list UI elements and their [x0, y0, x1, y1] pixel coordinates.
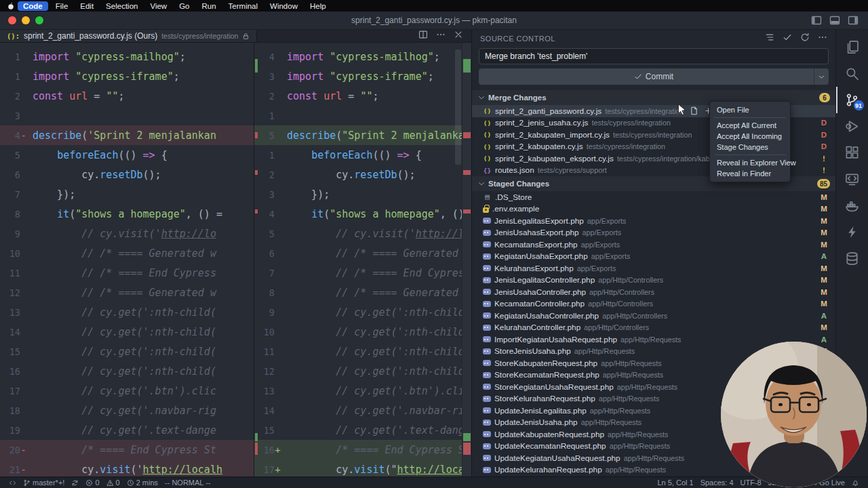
scm-file-row[interactable]: JenisUsahaController.phpapp/Http/Control… [472, 286, 835, 298]
line-number: 14 [254, 405, 285, 416]
menu-view[interactable]: View [144, 1, 173, 11]
code-text: // cy.get(':nth-child( [285, 346, 471, 358]
scm-file-row[interactable]: ▤.DS_StoreM [472, 191, 835, 203]
menu-item-accept-all-incoming[interactable]: Accept All Incoming [710, 131, 790, 142]
problems-warnings[interactable]: 0 [103, 479, 123, 487]
file-path: app/Http/Requests [624, 454, 684, 462]
window-title-bar[interactable]: sprint_2_ganti_password.cy.js — pkm-paci… [0, 12, 868, 30]
php-file-icon [483, 289, 491, 295]
menu-selection[interactable]: Selection [100, 1, 144, 11]
cursor-position[interactable]: Ln 5, Col 1 [654, 479, 696, 487]
menu-help[interactable]: Help [304, 1, 332, 11]
code-text: // cy.get(':nth-child( [31, 326, 254, 338]
line-number: 6 [254, 248, 285, 259]
scm-file-row[interactable]: KegiatanUsahaExport.phpapp/ExportsA [472, 251, 835, 263]
line-number: 12 [0, 287, 31, 298]
git-status-letter: M [819, 288, 829, 296]
scm-file-row[interactable]: KegiatanUsahaController.phpapp/Http/Cont… [472, 310, 835, 322]
problems-errors[interactable]: 0 [82, 479, 102, 487]
code-text: /* ==== End Cypress St [31, 444, 254, 456]
activity-explorer[interactable] [836, 34, 868, 60]
menu-run[interactable]: Run [195, 1, 222, 11]
git-status-letter: M [819, 241, 829, 249]
vim-mode[interactable]: -- NORMAL -- [161, 479, 214, 487]
scm-file-row[interactable]: JenisUsahasExport.phpapp/ExportsM [472, 227, 835, 239]
minimap[interactable] [462, 43, 471, 476]
file-name: KecamatansExport.php [494, 240, 578, 249]
view-as-tree[interactable] [765, 33, 774, 45]
commit-check-icon [783, 33, 792, 42]
close-editor-icon [454, 30, 463, 39]
remote-explorer-icon [845, 172, 859, 186]
file-name: StoreJenisUsaha.php [494, 346, 571, 356]
commit-message-input[interactable] [479, 48, 829, 64]
menu-file[interactable]: File [50, 1, 75, 11]
activity-remote-explorer[interactable] [836, 166, 868, 192]
tab-sprint-2-ganti-password[interactable]: (): sprint_2_ganti_password.cy.js (Ours)… [0, 30, 257, 42]
scm-file-row[interactable]: KecamatanController.phpapp/Http/Controll… [472, 298, 835, 310]
git-branch[interactable]: master*+! [20, 479, 68, 487]
activity-database[interactable] [836, 245, 868, 272]
zoom-window-button[interactable] [35, 16, 43, 24]
scm-file-row[interactable]: KecamatansExport.phpapp/ExportsM [472, 239, 835, 251]
activity-docker[interactable] [836, 192, 868, 219]
activity-source-control[interactable]: 91 [836, 87, 868, 113]
scm-file-row[interactable]: KelurahansExport.phpapp/ExportsM [472, 262, 835, 274]
encoding[interactable]: UTF-8 [737, 479, 765, 487]
menu-window[interactable]: Window [264, 1, 304, 11]
menu-item-stage-changes[interactable]: Stage Changes [710, 142, 790, 152]
activity-run-debug[interactable] [836, 113, 868, 140]
apple-menu-icon[interactable] [7, 2, 15, 10]
notifications[interactable] [848, 479, 863, 487]
commit-check[interactable] [783, 33, 792, 45]
menu-item-reveal-in-explorer-view[interactable]: Reveal in Explorer View [710, 157, 790, 168]
menu-go[interactable]: Go [173, 1, 195, 11]
diff-modified-pane[interactable]: 4import "cypress-mailhog";3import "cypre… [254, 43, 471, 476]
git-status-letter: A [819, 312, 829, 320]
editor-scrollbar[interactable] [455, 49, 461, 165]
code-line: 3 [0, 106, 254, 125]
close-editor[interactable] [454, 30, 463, 42]
menu-item-open-file[interactable]: Open File [710, 104, 790, 115]
file-name: KecamatanController.php [494, 299, 585, 308]
more-actions[interactable] [818, 33, 827, 45]
scm-file-row[interactable]: KelurahanController.phpapp/Http/Controll… [472, 322, 835, 334]
commit-button[interactable]: Commit [479, 68, 829, 85]
file-path: app/Http/Requests [608, 430, 668, 439]
split-editor[interactable] [418, 30, 428, 42]
toggle-secondary-sidebar-icon[interactable] [848, 15, 859, 26]
git-status-letter: M [819, 193, 829, 201]
menu-terminal[interactable]: Terminal [222, 1, 264, 11]
toggle-primary-sidebar-icon[interactable] [811, 15, 822, 26]
refresh[interactable] [800, 33, 810, 45]
more-actions[interactable] [436, 30, 446, 42]
scm-file-row[interactable]: JenisLegalitasExport.phpapp/ExportsM [472, 215, 835, 227]
activity-api-client[interactable] [836, 219, 868, 245]
indentation[interactable]: Spaces: 4 [697, 479, 737, 487]
menu-edit[interactable]: Edit [74, 1, 100, 11]
commit-button-label: Commit [646, 72, 673, 81]
activity-extensions[interactable] [836, 140, 868, 166]
commit-dropdown[interactable] [814, 68, 829, 85]
file-path: tests/cypress/support [538, 166, 607, 174]
cy-file-icon: () [483, 106, 492, 115]
menu-code[interactable]: Code [18, 1, 48, 11]
scm-file-row[interactable]: .env.exampleM [472, 203, 835, 216]
php-file-icon [483, 407, 491, 413]
remote-indicator[interactable] [5, 479, 20, 487]
code-line: 3 }); [254, 184, 471, 204]
code-line: 16+ /* ==== End Cypress St [254, 440, 471, 460]
sync-changes[interactable] [68, 479, 82, 487]
diff-original-pane[interactable]: 1import "cypress-mailhog";1import "cypre… [0, 43, 254, 476]
menu-item-reveal-in-finder[interactable]: Reveal in Finder [710, 168, 790, 179]
file-path: app/Http/Controllers [584, 323, 649, 331]
code-line: 2const url = ""; [254, 86, 471, 106]
code-text: }); [31, 188, 254, 201]
menu-item-accept-all-current[interactable]: Accept All Current [710, 120, 790, 131]
toggle-panel-icon[interactable] [829, 15, 840, 26]
close-window-button[interactable] [8, 16, 16, 24]
scm-file-row[interactable]: JenisLegalitasController.phpapp/Http/Con… [472, 274, 835, 287]
minimize-window-button[interactable] [22, 16, 30, 24]
activity-search[interactable] [836, 60, 868, 87]
time-tracker[interactable]: 2 mins [123, 479, 161, 487]
